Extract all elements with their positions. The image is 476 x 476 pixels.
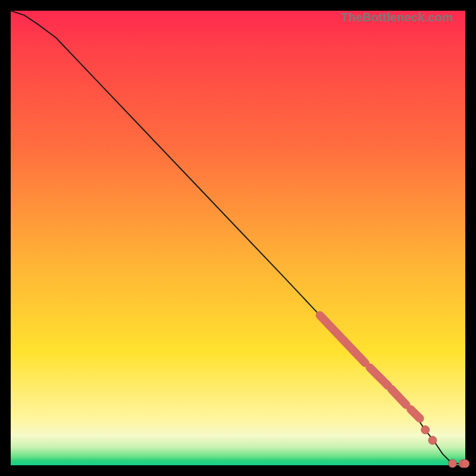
marker-stroke: [370, 368, 389, 386]
marker-stroke: [411, 409, 419, 418]
marker-stroke: [391, 389, 406, 405]
stage: { "attribution": "TheBottleneck.com", "c…: [0, 0, 476, 476]
marker-dot: [421, 425, 430, 434]
marker-dot: [449, 459, 457, 468]
marker-stroke: [320, 315, 365, 363]
plot-area: TheBottleneck.com: [11, 11, 465, 465]
chart-svg: [11, 11, 465, 465]
marker-dot: [461, 459, 469, 468]
marker-layer: [320, 315, 469, 468]
marker-dot: [428, 436, 437, 444]
